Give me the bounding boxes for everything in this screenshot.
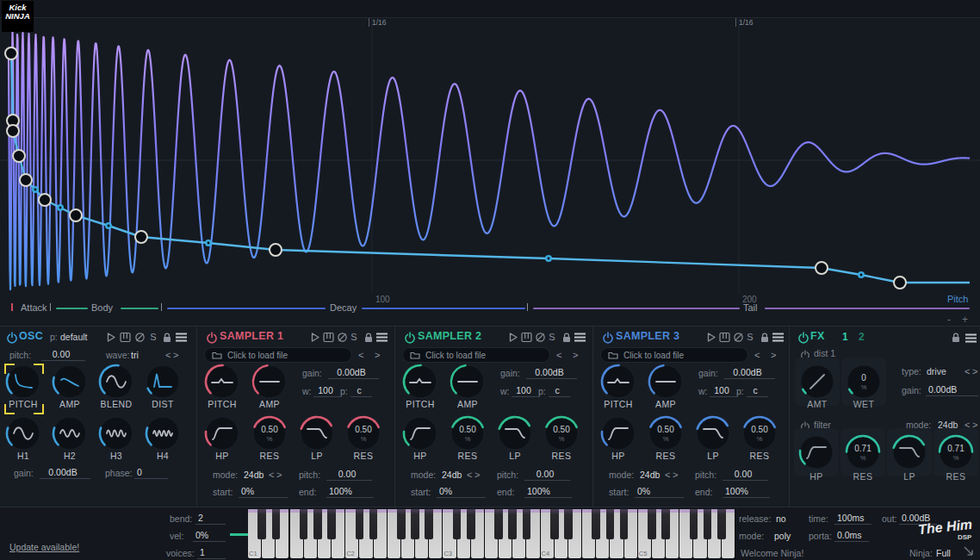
black-key[interactable] [523, 509, 531, 539]
sampler-gain-value[interactable]: 0.00dB [724, 367, 775, 379]
bypass-icon[interactable] [732, 331, 744, 343]
osc-wave-prev[interactable]: < [165, 350, 171, 360]
segment-tick[interactable] [50, 303, 51, 311]
segment-body-label[interactable]: Body [91, 302, 113, 313]
sampler-hp-knob[interactable] [599, 414, 637, 452]
fx-power-icon[interactable] [797, 332, 809, 347]
black-key[interactable] [494, 509, 503, 539]
envelope-point[interactable] [7, 125, 19, 137]
solo-icon[interactable]: S [744, 331, 756, 343]
sampler-lp-res-knob[interactable]: 0.50% [344, 414, 382, 452]
panel-menu-icon[interactable] [964, 332, 977, 344]
osc-dist-knob[interactable] [144, 363, 182, 401]
sampler-hp-res-knob[interactable]: 0.50% [647, 414, 685, 452]
sampler-pitch-value[interactable]: 0.00 [524, 469, 570, 481]
sampler-w-value[interactable]: 100 [512, 385, 540, 397]
waveform-display[interactable] [0, 17, 980, 326]
filter-mode-prev[interactable]: < [665, 470, 670, 480]
bend-value[interactable]: 2 [195, 513, 226, 525]
filter-mode-next[interactable]: > [276, 470, 282, 480]
sample-prev-button[interactable]: < [754, 350, 760, 360]
load-file-field[interactable]: Click to load file [204, 347, 352, 363]
solo-icon[interactable]: S [546, 331, 558, 343]
osc-h4-knob[interactable] [144, 414, 182, 452]
osc-blend-knob[interactable] [97, 363, 135, 401]
envelope-point[interactable] [13, 150, 25, 162]
osc-power-icon[interactable] [6, 332, 18, 347]
segment-tick[interactable] [527, 303, 528, 311]
start-value[interactable]: 0% [239, 486, 288, 498]
black-key[interactable] [272, 509, 281, 539]
black-key[interactable] [453, 509, 462, 539]
keys-icon[interactable] [322, 331, 334, 343]
envelope-handle[interactable] [32, 186, 39, 193]
vel-indicator[interactable] [230, 533, 248, 536]
black-key[interactable] [356, 509, 364, 539]
release-value[interactable]: no [776, 513, 786, 524]
fx-hp-knob[interactable] [797, 433, 835, 471]
vel-value[interactable]: 0% [193, 530, 226, 542]
black-key[interactable] [327, 509, 336, 539]
black-key[interactable] [508, 509, 517, 539]
black-key[interactable] [257, 509, 266, 539]
sampler-pitch-value[interactable]: 0.00 [723, 469, 768, 481]
osc-pitch-value[interactable]: 0.00 [41, 349, 85, 361]
black-key[interactable] [550, 509, 559, 539]
sampler-amp-knob[interactable] [449, 363, 487, 401]
filter-mode-value[interactable]: 24db [442, 470, 462, 480]
body-segment-line[interactable] [56, 308, 88, 309]
fx-hp-res-knob[interactable]: 0.71% [844, 433, 882, 471]
black-key[interactable] [661, 509, 670, 539]
zoom-out-button[interactable]: - [947, 314, 951, 326]
sampler-hp-res-knob[interactable]: 0.50% [449, 414, 487, 452]
body-segment-line[interactable] [121, 308, 158, 309]
osc-h3-knob[interactable] [97, 414, 135, 452]
envelope-point[interactable] [70, 209, 82, 221]
sampler-p-value[interactable]: c [350, 385, 372, 397]
solo-icon[interactable]: S [348, 331, 360, 343]
lock-icon[interactable] [363, 331, 375, 343]
black-key[interactable] [411, 509, 419, 539]
start-value[interactable]: 0% [437, 486, 486, 498]
play-icon[interactable] [105, 331, 117, 343]
pitch-envelope-line[interactable] [11, 53, 970, 283]
black-key[interactable] [369, 509, 378, 539]
black-key[interactable] [704, 509, 712, 539]
fx-tab-2[interactable]: 2 [859, 331, 865, 343]
resize-handle-icon[interactable] [963, 545, 975, 560]
decay-segment-line[interactable] [167, 308, 326, 309]
sampler-lp-knob[interactable] [298, 414, 336, 452]
osc-wave-value[interactable]: tri [131, 350, 139, 360]
filter-mode-prev[interactable]: < [467, 470, 472, 480]
black-key[interactable] [648, 509, 656, 539]
envelope-point[interactable] [894, 277, 906, 289]
sampler-amp-knob[interactable] [251, 363, 288, 401]
bypass-icon[interactable] [336, 331, 348, 343]
voices-value[interactable]: 1 [197, 547, 226, 559]
sample-prev-button[interactable]: < [556, 350, 561, 360]
end-value[interactable]: 100% [524, 486, 572, 498]
black-key[interactable] [606, 509, 615, 539]
filter-mode-next[interactable]: > [474, 470, 480, 480]
sample-next-button[interactable]: > [573, 350, 578, 360]
update-link[interactable]: Update available! [9, 542, 79, 552]
segment-tail-label[interactable]: Tail [743, 302, 758, 313]
sample-prev-button[interactable]: < [358, 350, 363, 360]
keys-icon[interactable] [119, 331, 131, 343]
envelope-point[interactable] [39, 194, 51, 206]
sampler-w-value[interactable]: 100 [313, 385, 342, 397]
sampler-hp-knob[interactable] [401, 414, 439, 452]
time-value[interactable]: 100ms [834, 513, 871, 525]
panel-menu-icon[interactable] [175, 331, 187, 343]
tail-segment-line[interactable] [765, 308, 970, 309]
envelope-handle[interactable] [105, 222, 112, 229]
sampler-amp-knob[interactable] [647, 363, 685, 401]
black-key[interactable] [467, 509, 475, 539]
panel-menu-icon[interactable] [375, 331, 388, 343]
bypass-icon[interactable] [534, 331, 546, 343]
osc-gain-value[interactable]: 0.00dB [40, 467, 90, 479]
sampler-hp-knob[interactable] [203, 414, 241, 452]
envelope-point[interactable] [270, 244, 282, 256]
envelope-handle[interactable] [57, 204, 64, 211]
sampler-pitch-knob[interactable] [599, 363, 637, 401]
